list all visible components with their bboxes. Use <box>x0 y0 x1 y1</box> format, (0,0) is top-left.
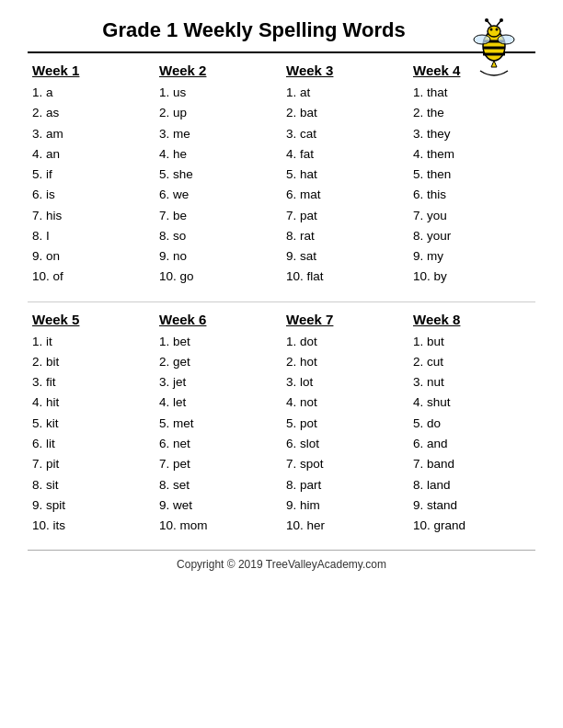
list-item: 5. do <box>413 414 531 434</box>
list-item: 1. at <box>286 83 404 103</box>
list-item: 9. no <box>159 246 277 267</box>
list-item: 5. if <box>32 165 150 185</box>
list-item: 8. I <box>32 226 150 246</box>
list-item: 7. pat <box>286 206 404 226</box>
list-item: 6. we <box>159 185 277 205</box>
list-item: 9. my <box>413 246 531 267</box>
section-divider <box>28 301 535 302</box>
list-item: 4. an <box>32 144 150 165</box>
list-item: 1. dot <box>286 332 404 352</box>
list-item: 9. wet <box>159 495 277 516</box>
week-title: Week 3 <box>286 63 404 78</box>
list-item: 1. a <box>32 83 150 103</box>
week-column: Week 41. that2. the3. they4. them5. then… <box>408 63 535 288</box>
list-item: 3. me <box>159 124 277 144</box>
list-item: 1. us <box>159 83 277 103</box>
list-item: 7. spot <box>286 454 404 474</box>
list-item: 3. jet <box>159 372 277 392</box>
list-item: 2. as <box>32 103 150 123</box>
list-item: 3. lot <box>286 372 404 392</box>
list-item: 1. bet <box>159 332 277 352</box>
list-item: 10. of <box>32 267 150 287</box>
list-item: 6. slot <box>286 434 404 454</box>
list-item: 8. sit <box>32 475 150 495</box>
bee-illustration <box>462 14 526 78</box>
svg-marker-13 <box>491 61 497 67</box>
word-list: 1. at2. bat3. cat4. fat5. hat6. mat7. pa… <box>286 83 404 288</box>
list-item: 4. them <box>413 144 531 165</box>
list-item: 9. on <box>32 246 150 267</box>
list-item: 10. mom <box>159 516 277 536</box>
week-title: Week 6 <box>159 312 277 327</box>
list-item: 8. land <box>413 475 531 495</box>
list-item: 1. that <box>413 83 531 103</box>
list-item: 7. you <box>413 206 531 226</box>
svg-point-5 <box>490 28 493 31</box>
list-item: 8. so <box>159 226 277 246</box>
list-item: 5. kit <box>32 414 150 434</box>
list-item: 10. flat <box>286 267 404 287</box>
week-title: Week 7 <box>286 312 404 327</box>
footer: Copyright © 2019 TreeValleyAcademy.com <box>28 550 535 571</box>
list-item: 4. fat <box>286 144 404 165</box>
list-item: 2. get <box>159 352 277 372</box>
list-item: 2. bit <box>32 352 150 372</box>
svg-point-11 <box>474 35 490 44</box>
list-item: 2. up <box>159 103 277 123</box>
list-item: 3. they <box>413 124 531 144</box>
page: Grade 1 Weekly Spelling Words <box>0 0 563 728</box>
top-weeks-grid: Week 11. a2. as3. am4. an5. if6. is7. hi… <box>28 63 535 288</box>
list-item: 5. she <box>159 165 277 185</box>
week-title: Week 8 <box>413 312 531 327</box>
list-item: 6. lit <box>32 434 150 454</box>
list-item: 4. he <box>159 144 277 165</box>
list-item: 5. pot <box>286 414 404 434</box>
list-item: 9. sat <box>286 246 404 267</box>
header: Grade 1 Weekly Spelling Words <box>28 18 535 42</box>
list-item: 10. its <box>32 516 150 536</box>
list-item: 3. am <box>32 124 150 144</box>
list-item: 2. bat <box>286 103 404 123</box>
list-item: 2. hot <box>286 352 404 372</box>
bottom-weeks-grid: Week 51. it2. bit3. fit4. hit5. kit6. li… <box>28 312 535 537</box>
list-item: 7. pet <box>159 454 277 474</box>
list-item: 3. nut <box>413 372 531 392</box>
page-title: Grade 1 Weekly Spelling Words <box>102 18 460 42</box>
list-item: 1. but <box>413 332 531 352</box>
list-item: 10. go <box>159 267 277 287</box>
list-item: 2. cut <box>413 352 531 372</box>
week-title: Week 1 <box>32 63 150 78</box>
copyright-text: Copyright © 2019 TreeValleyAcademy.com <box>177 558 386 571</box>
list-item: 8. part <box>286 475 404 495</box>
svg-point-12 <box>498 35 514 44</box>
list-item: 2. the <box>413 103 531 123</box>
list-item: 8. your <box>413 226 531 246</box>
list-item: 6. this <box>413 185 531 205</box>
list-item: 5. met <box>159 414 277 434</box>
list-item: 5. then <box>413 165 531 185</box>
word-list: 1. us2. up3. me4. he5. she6. we7. be8. s… <box>159 83 277 288</box>
list-item: 8. set <box>159 475 277 495</box>
list-item: 6. and <box>413 434 531 454</box>
word-list: 1. but2. cut3. nut4. shut5. do6. and7. b… <box>413 332 531 537</box>
week-column: Week 71. dot2. hot3. lot4. not5. pot6. s… <box>282 312 408 537</box>
list-item: 6. net <box>159 434 277 454</box>
list-item: 9. stand <box>413 495 531 516</box>
word-list: 1. a2. as3. am4. an5. if6. is7. his8. I9… <box>32 83 150 288</box>
list-item: 4. not <box>286 392 404 413</box>
list-item: 4. shut <box>413 392 531 413</box>
week-title: Week 5 <box>32 312 150 327</box>
list-item: 3. cat <box>286 124 404 144</box>
list-item: 4. hit <box>32 392 150 413</box>
week-column: Week 21. us2. up3. me4. he5. she6. we7. … <box>155 63 282 288</box>
list-item: 7. band <box>413 454 531 474</box>
svg-point-4 <box>488 26 500 37</box>
list-item: 5. hat <box>286 165 404 185</box>
svg-point-10 <box>500 18 503 22</box>
word-list: 1. dot2. hot3. lot4. not5. pot6. slot7. … <box>286 332 404 537</box>
list-item: 8. rat <box>286 226 404 246</box>
list-item: 7. pit <box>32 454 150 474</box>
svg-point-8 <box>485 18 488 22</box>
top-divider <box>28 51 535 53</box>
word-list: 1. bet2. get3. jet4. let5. met6. net7. p… <box>159 332 277 537</box>
